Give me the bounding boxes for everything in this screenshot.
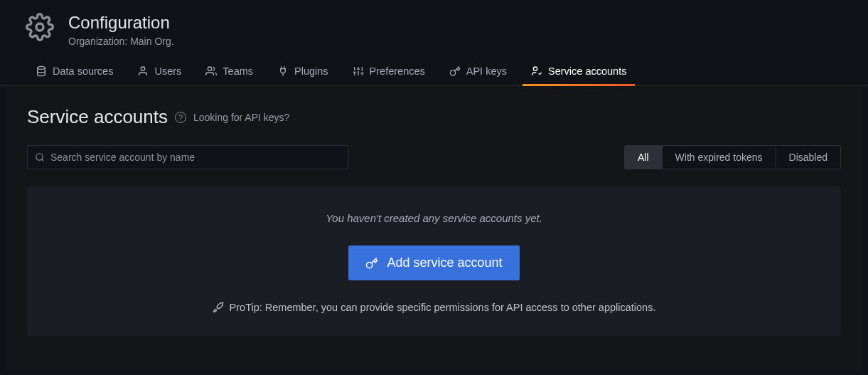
- tab-label: Data sources: [53, 65, 113, 77]
- tab-label: Users: [154, 65, 181, 77]
- tab-label: Preferences: [370, 65, 425, 77]
- sliders-icon: [353, 65, 364, 77]
- empty-message: You haven't created any service accounts…: [44, 212, 824, 224]
- tab-data-sources[interactable]: Data sources: [36, 65, 113, 85]
- plug-icon: [277, 65, 289, 77]
- tab-api-keys[interactable]: API keys: [449, 65, 507, 85]
- key-icon: [365, 257, 378, 270]
- svg-line-15: [42, 159, 44, 162]
- tab-plugins[interactable]: Plugins: [277, 65, 328, 85]
- svg-point-13: [533, 67, 537, 70]
- add-service-account-button[interactable]: Add service account: [348, 245, 519, 280]
- tab-teams[interactable]: Teams: [205, 65, 253, 85]
- svg-point-1: [38, 66, 45, 69]
- tab-service-accounts[interactable]: Service accounts: [531, 65, 626, 85]
- filter-expired[interactable]: With expired tokens: [662, 146, 776, 169]
- filter-group: All With expired tokens Disabled: [624, 145, 841, 169]
- tab-label: Service accounts: [548, 65, 626, 77]
- search-box[interactable]: [27, 145, 348, 169]
- tab-users[interactable]: Users: [137, 65, 181, 85]
- rocket-icon: [213, 302, 224, 313]
- service-account-icon: [531, 65, 542, 77]
- tab-label: Plugins: [294, 65, 328, 77]
- tab-preferences[interactable]: Preferences: [353, 65, 425, 85]
- info-icon: ?: [175, 112, 186, 123]
- svg-point-3: [208, 67, 212, 70]
- database-icon: [36, 65, 47, 77]
- user-icon: [137, 65, 149, 77]
- page-title: Configuration: [68, 13, 174, 33]
- protip-text: ProTip: Remember, you can provide specif…: [230, 302, 656, 313]
- filter-all[interactable]: All: [625, 146, 662, 169]
- svg-point-2: [141, 67, 145, 70]
- tab-label: Teams: [223, 65, 253, 77]
- search-input[interactable]: [50, 152, 341, 163]
- team-icon: [205, 65, 217, 77]
- page-subtitle: Organization: Main Org.: [68, 36, 174, 47]
- cta-label: Add service account: [387, 255, 502, 270]
- svg-point-0: [36, 23, 43, 31]
- tab-label: API keys: [466, 65, 507, 77]
- empty-state-panel: You haven't created any service accounts…: [27, 186, 841, 336]
- section-title: Service accounts: [27, 106, 168, 128]
- api-keys-hint-link[interactable]: Looking for API keys?: [193, 112, 289, 123]
- gear-icon: [26, 13, 54, 44]
- svg-point-14: [36, 154, 43, 160]
- key-icon: [449, 65, 461, 77]
- config-tabs: Data sources Users Teams Plugins Prefere…: [0, 53, 868, 86]
- search-icon: [35, 152, 45, 162]
- filter-disabled[interactable]: Disabled: [776, 146, 840, 169]
